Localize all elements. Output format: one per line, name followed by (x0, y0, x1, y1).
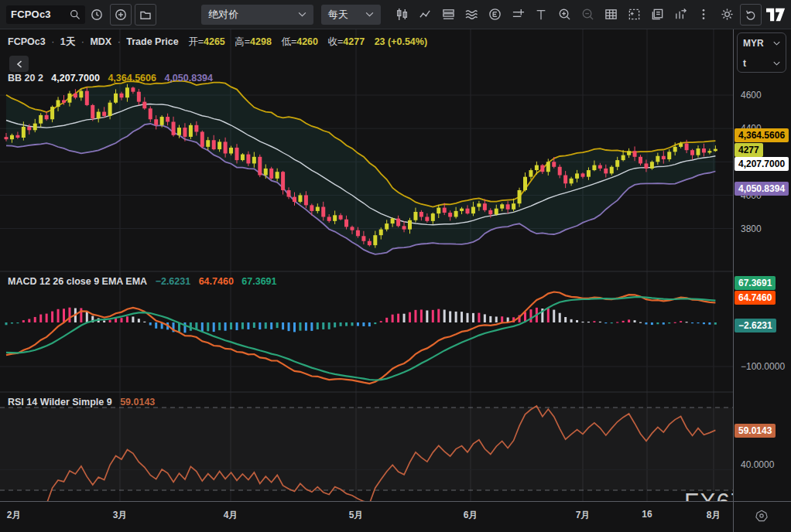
time-axis-label: 2月 (7, 509, 22, 522)
legend-exchange: MDX (90, 36, 111, 47)
time-axis-label: 5月 (349, 509, 364, 522)
unit-selector[interactable]: t (738, 53, 786, 73)
symbol-search-input[interactable]: FCPOc3 (6, 5, 85, 24)
time-axis-label: 4月 (224, 509, 238, 522)
axis-badge: 4,050.8394 (734, 182, 789, 196)
currency-selector[interactable]: MYR (738, 33, 786, 53)
axis-badge: −2.6231 (734, 319, 776, 332)
bb-basis-value: 4,207.7000 (51, 73, 100, 84)
axis-badge: 4,207.7000 (734, 157, 789, 171)
axis-badge: 4277 (734, 143, 763, 157)
price-scale-axis[interactable]: MYR t 4600440040003800−100.000040.00004,… (733, 29, 791, 501)
chart-area[interactable]: FCPOc3 · 1天 · MDX · Trade Price 开=4265 高… (0, 29, 733, 501)
chevron-left-icon (16, 60, 22, 68)
layout-rows-icon[interactable] (438, 5, 458, 25)
ohlc-high: 高=4298 (235, 36, 272, 47)
bb-lower-value: 4,050.8394 (164, 73, 213, 84)
time-axis-label: 3月 (113, 509, 128, 522)
settings-gear-icon[interactable] (717, 5, 737, 25)
rsi-value: 59.0143 (120, 397, 155, 408)
time-axis-label: 7月 (576, 509, 591, 522)
tradingview-logo[interactable] (766, 5, 786, 25)
macd-legend[interactable]: MACD 12 26 close 9 EMA EMA −2.6231 64.74… (8, 276, 277, 287)
ohlc-open: 开=4265 (188, 36, 225, 47)
axis-badge: 67.3691 (734, 276, 776, 290)
ohlc-low: 低=4260 (281, 36, 318, 47)
text-tool-icon[interactable] (531, 5, 551, 25)
alert-icon[interactable] (508, 5, 528, 25)
economic-events-icon[interactable] (485, 5, 505, 25)
price-scale-mode-dropdown[interactable]: 绝对价 (201, 5, 313, 25)
interval-dropdown[interactable]: 每天 (321, 5, 381, 25)
axis-label: 4600 (741, 90, 762, 101)
collapse-legend-button[interactable] (9, 56, 29, 72)
axis-badge: 64.7460 (734, 291, 776, 305)
recent-clock-icon[interactable] (87, 5, 107, 25)
rsi-pane (0, 406, 733, 501)
chevron-down-icon (773, 41, 780, 46)
macd-line-value: 64.7460 (199, 276, 234, 287)
bb-upper-value: 4,364.5606 (108, 73, 156, 84)
time-axis[interactable]: 2月3月4月5月6月7月168月 (0, 501, 791, 532)
trading-terminal: FCPOc3 绝对价 每天 (0, 0, 791, 532)
publish-idea-icon[interactable] (647, 5, 667, 25)
ohlc-close: 收=4277 (328, 36, 365, 47)
table-icon[interactable] (601, 5, 621, 25)
zoom-out-icon[interactable] (577, 5, 598, 25)
axis-label: 3800 (741, 223, 762, 234)
price-change: 23 (+0.54%) (375, 36, 427, 47)
trade-panel-icon[interactable] (670, 5, 690, 25)
legend-interval: 1天 (60, 36, 75, 47)
axis-label: −100.0000 (741, 361, 785, 372)
zoom-in-icon[interactable] (554, 5, 574, 25)
axis-separator (733, 502, 734, 532)
templates-icon[interactable] (461, 5, 481, 25)
search-icon (70, 9, 80, 20)
axis-badge: 59.0143 (734, 424, 776, 438)
symbol-text: FCPOc3 (11, 9, 51, 20)
time-axis-label: 16 (642, 509, 652, 520)
chevron-down-icon (365, 12, 374, 17)
add-symbol-icon[interactable] (110, 4, 132, 26)
macd-signal-value: 67.3691 (241, 276, 276, 287)
undo-icon[interactable] (740, 4, 762, 26)
time-axis-label: 6月 (464, 509, 478, 522)
chevron-down-icon (298, 12, 306, 17)
currency-unit-selector: MYR t (737, 32, 786, 73)
axis-label: 40.0000 (741, 459, 774, 470)
chart-canvas[interactable] (0, 29, 733, 501)
symbol-legend[interactable]: FCPOc3 · 1天 · MDX · Trade Price 开=4265 高… (8, 36, 427, 49)
top-toolbar: FCPOc3 绝对价 每天 (0, 0, 791, 29)
candlestick-style-icon[interactable] (392, 5, 412, 25)
indicators-icon[interactable] (415, 5, 435, 25)
more-options-icon[interactable] (693, 5, 714, 25)
axis-badge: 4,364.5606 (734, 128, 789, 142)
folder-icon[interactable] (135, 4, 156, 26)
legend-series-type: Trade Price (126, 36, 178, 47)
interval-value: 每天 (328, 8, 348, 22)
rsi-legend[interactable]: RSI 14 Wilder Simple 9 59.0143 (8, 397, 155, 408)
price-mode-value: 绝对价 (208, 8, 238, 22)
price-pane (0, 81, 733, 254)
chevron-down-icon (773, 61, 780, 66)
macd-hist-value: −2.6231 (156, 276, 191, 287)
bb-legend[interactable]: BB 20 2 4,207.7000 4,364.5606 4,050.8394 (8, 73, 213, 84)
macd-pane (0, 292, 733, 384)
screenshot-icon[interactable] (624, 5, 644, 25)
timezone-settings-icon[interactable] (755, 510, 768, 525)
legend-symbol: FCPOc3 (8, 36, 46, 47)
time-axis-label: 8月 (707, 509, 721, 522)
